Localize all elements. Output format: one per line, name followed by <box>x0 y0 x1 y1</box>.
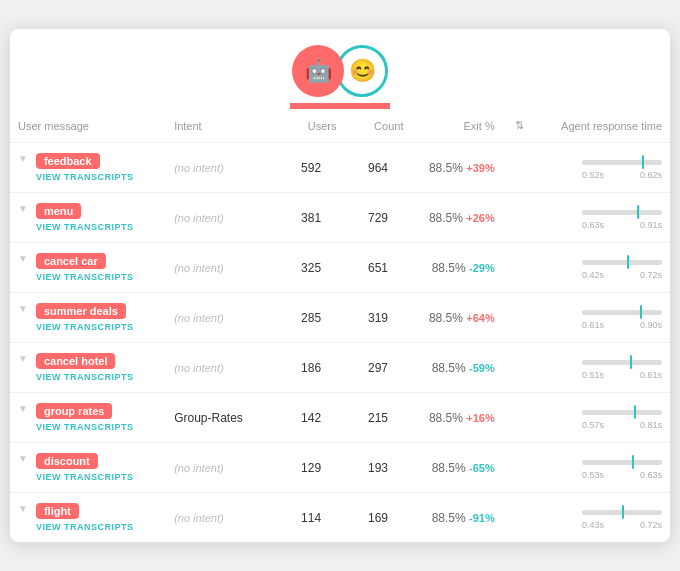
intent-cell: (no intent) <box>166 343 278 393</box>
col-sort[interactable]: ⇅ <box>503 109 536 143</box>
count-cell: 964 <box>345 143 412 193</box>
change-badge: -65% <box>469 462 495 474</box>
message-tag[interactable]: summer deals <box>36 303 126 319</box>
message-tag[interactable]: cancel hotel <box>36 353 116 369</box>
message-tag[interactable]: cancel car <box>36 253 106 269</box>
change-badge: +26% <box>466 212 494 224</box>
user-message-cell: ▼ menu VIEW TRANSCRIPTS <box>10 193 166 243</box>
expand-icon[interactable]: ▼ <box>18 303 28 314</box>
exit-pct-value: 88.5% <box>432 511 466 525</box>
exit-pct-cell: 88.5% +16% <box>411 393 502 443</box>
agent-response-time-cell: 0.43s 0.72s <box>536 493 670 543</box>
intent-value: (no intent) <box>174 462 224 474</box>
intent-value: Group-Rates <box>174 411 243 425</box>
time-min: 0.53s <box>582 470 604 480</box>
expand-icon[interactable]: ▼ <box>18 203 28 214</box>
sort-cell <box>503 143 536 193</box>
main-container: 🤖 😊 User message Intent Users Count Exit… <box>10 29 670 542</box>
sort-cell <box>503 343 536 393</box>
expand-icon[interactable]: ▼ <box>18 403 28 414</box>
expand-icon[interactable]: ▼ <box>18 453 28 464</box>
sort-cell <box>503 443 536 493</box>
col-agent-response-time: Agent response time <box>536 109 670 143</box>
user-message-cell: ▼ cancel car VIEW TRANSCRIPTS <box>10 243 166 293</box>
users-cell: 114 <box>278 493 345 543</box>
intent-value: (no intent) <box>174 212 224 224</box>
table-row: ▼ summer deals VIEW TRANSCRIPTS (no inte… <box>10 293 670 343</box>
message-tag[interactable]: feedback <box>36 153 100 169</box>
change-badge: +39% <box>466 162 494 174</box>
view-transcripts-link[interactable]: VIEW TRANSCRIPTS <box>36 222 134 232</box>
time-max: 0.90s <box>640 320 662 330</box>
user-message-cell: ▼ group rates VIEW TRANSCRIPTS <box>10 393 166 443</box>
exit-pct-cell: 88.5% +39% <box>411 143 502 193</box>
time-marker <box>640 305 642 319</box>
change-badge: -29% <box>469 262 495 274</box>
exit-pct-cell: 88.5% +26% <box>411 193 502 243</box>
message-tag[interactable]: flight <box>36 503 79 519</box>
sort-cell <box>503 243 536 293</box>
time-marker <box>634 405 636 419</box>
intent-value: (no intent) <box>174 362 224 374</box>
users-cell: 129 <box>278 443 345 493</box>
message-tag[interactable]: discount <box>36 453 98 469</box>
view-transcripts-link[interactable]: VIEW TRANSCRIPTS <box>36 172 134 182</box>
expand-icon[interactable]: ▼ <box>18 353 28 364</box>
count-cell: 729 <box>345 193 412 243</box>
time-min: 0.57s <box>582 420 604 430</box>
table-row: ▼ discount VIEW TRANSCRIPTS (no intent)1… <box>10 443 670 493</box>
time-marker <box>632 455 634 469</box>
col-count: Count <box>345 109 412 143</box>
table-row: ▼ feedback VIEW TRANSCRIPTS (no intent)5… <box>10 143 670 193</box>
time-max: 0.63s <box>640 470 662 480</box>
time-max: 0.72s <box>640 270 662 280</box>
intent-cell: (no intent) <box>166 443 278 493</box>
expand-icon[interactable]: ▼ <box>18 503 28 514</box>
expand-icon[interactable]: ▼ <box>18 253 28 264</box>
exit-pct-value: 88.5% <box>429 161 463 175</box>
time-max: 0.62s <box>640 170 662 180</box>
time-max: 0.72s <box>640 520 662 530</box>
time-marker <box>627 255 629 269</box>
intent-value: (no intent) <box>174 512 224 524</box>
header-avatars: 🤖 😊 <box>10 29 670 97</box>
sort-cell <box>503 493 536 543</box>
exit-pct-value: 88.5% <box>429 211 463 225</box>
intent-cell: Group-Rates <box>166 393 278 443</box>
time-marker <box>637 205 639 219</box>
count-cell: 297 <box>345 343 412 393</box>
exit-pct-value: 88.5% <box>429 411 463 425</box>
intent-cell: (no intent) <box>166 143 278 193</box>
exit-pct-value: 88.5% <box>432 461 466 475</box>
bot-avatar: 🤖 <box>292 45 344 97</box>
view-transcripts-link[interactable]: VIEW TRANSCRIPTS <box>36 472 134 482</box>
intent-value: (no intent) <box>174 262 224 274</box>
table-body: ▼ feedback VIEW TRANSCRIPTS (no intent)5… <box>10 143 670 543</box>
intent-value: (no intent) <box>174 312 224 324</box>
expand-icon[interactable]: ▼ <box>18 153 28 164</box>
time-marker <box>642 155 644 169</box>
count-cell: 319 <box>345 293 412 343</box>
count-cell: 193 <box>345 443 412 493</box>
view-transcripts-link[interactable]: VIEW TRANSCRIPTS <box>36 522 134 532</box>
table-row: ▼ cancel hotel VIEW TRANSCRIPTS (no inte… <box>10 343 670 393</box>
view-transcripts-link[interactable]: VIEW TRANSCRIPTS <box>36 272 134 282</box>
view-transcripts-link[interactable]: VIEW TRANSCRIPTS <box>36 422 134 432</box>
message-tag[interactable]: group rates <box>36 403 113 419</box>
time-max: 0.81s <box>640 420 662 430</box>
message-tag[interactable]: menu <box>36 203 81 219</box>
intent-cell: (no intent) <box>166 493 278 543</box>
view-transcripts-link[interactable]: VIEW TRANSCRIPTS <box>36 322 134 332</box>
user-message-cell: ▼ cancel hotel VIEW TRANSCRIPTS <box>10 343 166 393</box>
table-header-row: User message Intent Users Count Exit % ⇅… <box>10 109 670 143</box>
count-cell: 169 <box>345 493 412 543</box>
table-row: ▼ menu VIEW TRANSCRIPTS (no intent)38172… <box>10 193 670 243</box>
users-cell: 285 <box>278 293 345 343</box>
exit-pct-value: 88.5% <box>432 361 466 375</box>
exit-pct-cell: 88.5% -65% <box>411 443 502 493</box>
view-transcripts-link[interactable]: VIEW TRANSCRIPTS <box>36 372 134 382</box>
users-cell: 325 <box>278 243 345 293</box>
table-wrapper: User message Intent Users Count Exit % ⇅… <box>10 109 670 542</box>
intent-cell: (no intent) <box>166 243 278 293</box>
user-message-cell: ▼ summer deals VIEW TRANSCRIPTS <box>10 293 166 343</box>
